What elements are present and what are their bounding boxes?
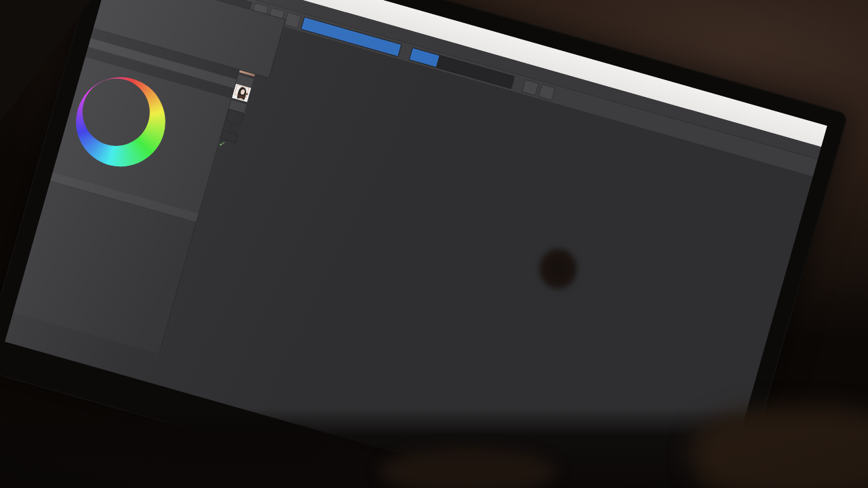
out-of-focus-object (530, 239, 586, 299)
opacity-spin[interactable] (403, 51, 408, 52)
size-spin[interactable] (516, 83, 521, 85)
reload-preset-button[interactable] (284, 12, 301, 28)
window-controls (755, 110, 817, 128)
maximize-button[interactable] (782, 117, 791, 119)
desk-object (692, 407, 868, 488)
mirror-horizontal-button[interactable] (522, 79, 539, 96)
minimize-button[interactable] (755, 110, 765, 113)
photo-scene: ✓ (0, 0, 868, 488)
mirror-vertical-button[interactable] (538, 83, 555, 100)
close-button[interactable] (808, 124, 817, 127)
